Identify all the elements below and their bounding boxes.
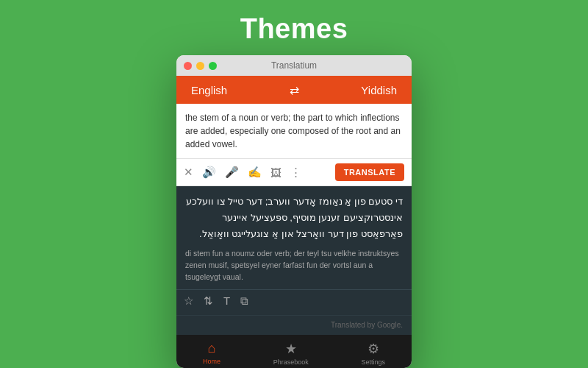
attribution-bar: Translated by Google.	[176, 315, 412, 335]
source-language[interactable]: English	[191, 84, 227, 96]
nav-phrasebook-label: Phrasebook	[273, 358, 309, 366]
copy-icon[interactable]: ⧉	[240, 294, 248, 308]
nav-phrasebook[interactable]: ★ Phrasebook	[273, 341, 309, 366]
language-bar: English ⇄ Yiddish	[176, 76, 412, 104]
close-icon[interactable]: ✕	[184, 166, 193, 179]
output-actions: ☆ ⇅ T ⧉	[176, 289, 412, 315]
target-language[interactable]: Yiddish	[361, 84, 397, 96]
maximize-button[interactable]	[209, 62, 217, 70]
traffic-lights	[184, 62, 217, 70]
settings-icon: ⚙	[368, 341, 379, 357]
minimize-button[interactable]	[196, 62, 204, 70]
source-text: the stem of a noun or verb; the part to …	[185, 111, 403, 151]
app-window: Translatium English ⇄ Yiddish the stem o…	[176, 55, 412, 368]
nav-settings-label: Settings	[362, 358, 386, 366]
image-icon[interactable]: 🖼	[270, 166, 282, 179]
source-text-area[interactable]: the stem of a noun or verb; the part to …	[176, 104, 412, 159]
translate-button[interactable]: TRANSLATE	[335, 163, 404, 181]
close-button[interactable]	[184, 62, 192, 70]
nav-settings[interactable]: ⚙ Settings	[362, 341, 386, 366]
star-icon[interactable]: ☆	[184, 294, 193, 308]
phrasebook-icon: ★	[285, 341, 297, 357]
output-area: די סטעם פון אַ נאַומז אָדער ווערב; דער ט…	[176, 186, 412, 289]
home-icon: ⌂	[207, 341, 215, 356]
speaker-icon[interactable]: 🔊	[202, 166, 216, 179]
text-direction-icon[interactable]: ⇅	[204, 294, 213, 308]
font-size-icon[interactable]: T	[223, 294, 230, 307]
attribution-text: Translated by Google.	[331, 321, 403, 329]
bottom-nav: ⌂ Home ★ Phrasebook ⚙ Settings	[176, 335, 412, 368]
more-options-icon[interactable]: ⋮	[290, 166, 301, 179]
translated-text: די סטעם פון אַ נאַומז אָדער ווערב; דער ט…	[185, 194, 403, 242]
transliteration-text: di stem fun a noumz oder verb; der teyl …	[185, 248, 403, 283]
title-bar: Translatium	[176, 55, 412, 76]
page-title: Themes	[240, 13, 348, 45]
handwriting-icon[interactable]: ✍	[248, 166, 262, 179]
microphone-icon[interactable]: 🎤	[225, 166, 239, 179]
swap-languages-icon[interactable]: ⇄	[290, 83, 299, 97]
nav-home[interactable]: ⌂ Home	[203, 341, 220, 365]
app-name: Translatium	[271, 60, 317, 71]
nav-home-label: Home	[203, 358, 220, 365]
toolbar: ✕ 🔊 🎤 ✍ 🖼 ⋮ TRANSLATE	[176, 159, 412, 186]
